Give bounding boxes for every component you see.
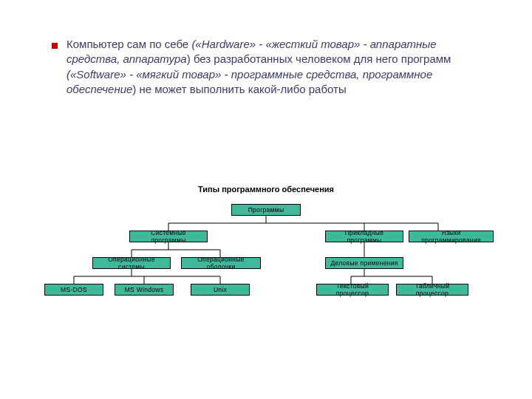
node-table-processor: Табличный процессор (396, 284, 468, 296)
node-mswindows: MS Windows (115, 284, 174, 296)
bullet-icon (52, 43, 58, 49)
node-operating-shells: Операционные оболочки (181, 257, 261, 269)
connectors (0, 200, 532, 347)
slide: Компьютер сам по себе («Hardware» - «жес… (0, 0, 532, 399)
node-root: Программы (231, 204, 301, 216)
node-applied-programs: Прикладные программы (325, 231, 403, 242)
node-system-programs: Системные программы (129, 231, 208, 242)
node-business-applications: Деловые применения (325, 257, 403, 269)
diagram: Программы Системные программы Прикладные… (0, 200, 532, 347)
headline-part5: ) не может выполнить какой-либо работы (132, 83, 346, 95)
headline-part3: ) без разработанных человеком для него п… (187, 52, 451, 65)
headline-text: Компьютер сам по себе («Hardware» - «жес… (66, 37, 488, 97)
node-msdos: MS-DOS (44, 284, 103, 296)
headline-part1: Компьютер сам по себе (66, 38, 191, 50)
node-programming-languages: Языки программирования (409, 231, 494, 242)
node-unix: Unix (191, 284, 250, 296)
node-text-processor: Текстовый процессор (316, 284, 389, 296)
node-operating-systems: Операционные системы (92, 257, 171, 269)
diagram-title: Типы программного обеспечения (0, 185, 532, 194)
